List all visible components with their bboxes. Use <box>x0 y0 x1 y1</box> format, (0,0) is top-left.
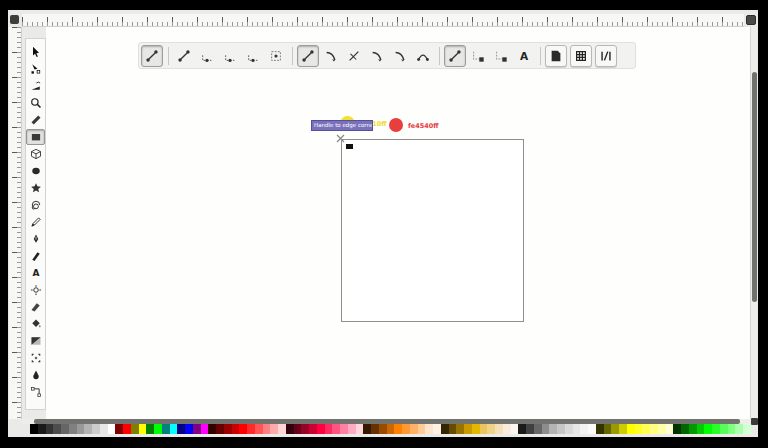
edit-paths-by-nodes-button[interactable] <box>141 45 163 67</box>
tool-paint-bucket[interactable] <box>26 316 45 332</box>
palette-swatch[interactable] <box>712 424 720 434</box>
palette-swatch[interactable] <box>278 424 286 434</box>
palette-swatch[interactable] <box>402 424 410 434</box>
palette-swatch[interactable] <box>379 424 387 434</box>
palette-swatch[interactable] <box>232 424 240 434</box>
palette-swatch[interactable] <box>743 424 751 434</box>
tool-measure[interactable] <box>26 112 45 128</box>
palette-swatch[interactable] <box>549 424 557 434</box>
palette-swatch[interactable] <box>635 424 643 434</box>
palette-swatch[interactable] <box>309 424 317 434</box>
palette-swatch[interactable] <box>720 424 728 434</box>
palette-swatch[interactable] <box>348 424 356 434</box>
palette-swatch[interactable] <box>30 424 38 434</box>
palette-swatch[interactable] <box>154 424 162 434</box>
palette-swatch[interactable] <box>356 424 364 434</box>
palette-swatch[interactable] <box>247 424 255 434</box>
palette-swatch[interactable] <box>371 424 379 434</box>
palette-swatch[interactable] <box>38 424 46 434</box>
x-coord-button[interactable] <box>467 45 489 67</box>
tool-spray[interactable] <box>26 282 45 298</box>
canvas[interactable]: ffed10ff Handle to edge corner fe4540ff <box>46 27 750 419</box>
palette-swatch[interactable] <box>596 424 604 434</box>
palette-swatch[interactable] <box>317 424 325 434</box>
tool-dropper[interactable] <box>26 367 45 383</box>
palette-swatch[interactable] <box>441 424 449 434</box>
palette-swatch[interactable] <box>542 424 550 434</box>
vertical-ruler[interactable] <box>9 27 22 419</box>
palette-swatch[interactable] <box>495 424 503 434</box>
palette-swatch[interactable] <box>573 424 581 434</box>
tool-node-editor[interactable] <box>26 61 45 77</box>
palette-swatch[interactable] <box>170 424 178 434</box>
palette-swatch[interactable] <box>503 424 511 434</box>
palette-swatch[interactable] <box>69 424 77 434</box>
palette-swatch[interactable] <box>735 424 743 434</box>
rect-node-handle[interactable] <box>346 144 353 149</box>
palette-swatch[interactable] <box>92 424 100 434</box>
drawn-rectangle[interactable] <box>341 139 524 322</box>
palette-swatch[interactable] <box>139 424 147 434</box>
join-nodes-button[interactable] <box>219 45 241 67</box>
palette-swatch[interactable] <box>387 424 395 434</box>
tool-gradient[interactable] <box>26 333 45 349</box>
segment-curve-button[interactable] <box>412 45 434 67</box>
y-coord-button[interactable] <box>490 45 512 67</box>
palette-swatch[interactable] <box>689 424 697 434</box>
palette-swatch[interactable] <box>332 424 340 434</box>
palette-swatch[interactable] <box>270 424 278 434</box>
resize-grip-icon[interactable] <box>751 418 758 425</box>
tool-selector[interactable] <box>26 44 45 60</box>
tool-rectangle[interactable] <box>26 129 45 145</box>
palette-swatch[interactable] <box>673 424 681 434</box>
palette-swatch[interactable] <box>325 424 333 434</box>
text-to-path-button[interactable]: A <box>513 45 535 67</box>
tool-star[interactable] <box>26 180 45 196</box>
palette-swatch[interactable] <box>108 424 116 434</box>
palette-swatch[interactable] <box>619 424 627 434</box>
palette-swatch[interactable] <box>588 424 596 434</box>
palette-swatch[interactable] <box>201 424 209 434</box>
palette-swatch[interactable] <box>480 424 488 434</box>
segment-line-button[interactable] <box>389 45 411 67</box>
palette-swatch[interactable] <box>394 424 402 434</box>
tool-box-3d[interactable] <box>26 146 45 162</box>
tool-calligraphy[interactable] <box>26 248 45 264</box>
tool-text[interactable]: A <box>26 265 45 281</box>
palette-swatch[interactable] <box>526 424 534 434</box>
palette-swatch[interactable] <box>604 424 612 434</box>
palette-swatch[interactable] <box>263 424 271 434</box>
palette-swatch[interactable] <box>487 424 495 434</box>
palette-swatch[interactable] <box>123 424 131 434</box>
palette-swatch[interactable] <box>239 424 247 434</box>
palette-swatch[interactable] <box>363 424 371 434</box>
palette-swatch[interactable] <box>46 424 54 434</box>
palette-swatch[interactable] <box>456 424 464 434</box>
palette-swatch[interactable] <box>286 424 294 434</box>
delete-node-button[interactable] <box>196 45 218 67</box>
object-to-path-button[interactable] <box>444 45 466 67</box>
tool-pen[interactable] <box>26 231 45 247</box>
edit-clip-path-button[interactable] <box>545 45 567 67</box>
palette-swatch[interactable] <box>518 424 526 434</box>
node-corner-button[interactable] <box>297 45 319 67</box>
tool-lpe-edit[interactable] <box>26 350 45 366</box>
palette-swatch[interactable] <box>115 424 123 434</box>
red-color-swatch[interactable] <box>389 118 403 132</box>
node-smooth-button[interactable] <box>320 45 342 67</box>
palette-swatch[interactable] <box>162 424 170 434</box>
palette-swatch[interactable] <box>650 424 658 434</box>
palette-swatch[interactable] <box>131 424 139 434</box>
node-symmetric-button[interactable] <box>343 45 365 67</box>
palette-swatch[interactable] <box>666 424 674 434</box>
palette-swatch[interactable] <box>728 424 736 434</box>
palette-swatch[interactable] <box>208 424 216 434</box>
palette-swatch[interactable] <box>611 424 619 434</box>
tool-spiral[interactable] <box>26 197 45 213</box>
palette-swatch[interactable] <box>61 424 69 434</box>
palette-swatch[interactable] <box>255 424 263 434</box>
palette-swatch[interactable] <box>472 424 480 434</box>
show-path-outline-button[interactable] <box>595 45 617 67</box>
ruler-lock-icon[interactable] <box>10 15 19 24</box>
palette-swatch[interactable] <box>301 424 309 434</box>
